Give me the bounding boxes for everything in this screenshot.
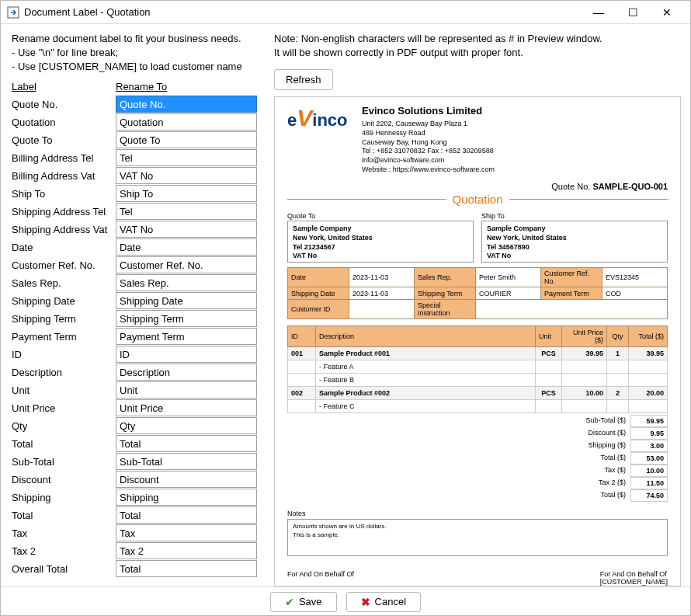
cancel-label: Cancel bbox=[375, 596, 406, 607]
label-text: Sales Rep. bbox=[12, 277, 116, 289]
preview-area[interactable]: eVinco Evinco Solutions Limited Unit 220… bbox=[274, 96, 681, 586]
rename-input[interactable] bbox=[116, 113, 257, 131]
rename-input[interactable] bbox=[116, 417, 257, 434]
label-text: Quote To bbox=[12, 134, 116, 146]
quote-to-label: Quote To bbox=[287, 212, 474, 220]
label-text: Shipping Date bbox=[12, 295, 116, 307]
minimize-button[interactable]: — bbox=[582, 1, 616, 24]
label-text: Billing Address Vat bbox=[12, 170, 116, 182]
rename-input[interactable] bbox=[116, 328, 257, 345]
rename-input[interactable] bbox=[116, 560, 257, 577]
rename-input[interactable] bbox=[116, 221, 257, 238]
cancel-button[interactable]: ✖ Cancel bbox=[346, 592, 421, 612]
label-row: Shipping Address Tel bbox=[12, 203, 257, 221]
window-title: Document Label - Quotation bbox=[24, 6, 582, 18]
rename-input[interactable] bbox=[116, 167, 257, 184]
item-row: 001Sample Product #001PCS39.95139.95 bbox=[288, 347, 668, 360]
rename-input[interactable] bbox=[116, 381, 257, 398]
label-row: Tax 2 bbox=[12, 542, 257, 560]
label-row: Billing Address Vat bbox=[12, 167, 257, 185]
label-row: Description bbox=[12, 364, 257, 381]
label-text: Tax 2 bbox=[12, 545, 116, 557]
total-row: Tax 2 ($)11.50 bbox=[287, 477, 668, 489]
signature-right: For And On Behalf Of [CUSTOMER_NAME] bbox=[600, 570, 668, 586]
rename-input[interactable] bbox=[116, 364, 257, 381]
label-rename-panel: Rename document label to fit your busine… bbox=[1, 24, 265, 586]
x-icon: ✖ bbox=[361, 596, 370, 608]
intro-text: Rename document label to fit your busine… bbox=[12, 32, 257, 75]
label-row: Overall Total bbox=[12, 560, 257, 578]
company-addr: Unit 2202, Causeway Bay Plaza 1 bbox=[362, 120, 495, 129]
rename-input[interactable] bbox=[116, 399, 257, 416]
label-row: ID bbox=[12, 346, 257, 364]
rename-input[interactable] bbox=[116, 238, 257, 256]
label-text: Shipping Address Tel bbox=[12, 206, 116, 218]
rename-input[interactable] bbox=[116, 131, 257, 148]
rename-input[interactable] bbox=[116, 435, 257, 452]
label-text: Sub-Total bbox=[12, 456, 116, 468]
rename-input[interactable] bbox=[116, 96, 257, 113]
totals-section: Sub-Total ($)59.95Discount ($)9.95Shippi… bbox=[287, 415, 668, 502]
label-row: Discount bbox=[12, 471, 257, 489]
intro-line: Rename document label to fit your busine… bbox=[12, 32, 257, 46]
rename-input[interactable] bbox=[116, 185, 257, 202]
bottom-bar: ✔ Save ✖ Cancel bbox=[1, 586, 690, 616]
company-addr: Causeway Bay, Hong Kong bbox=[362, 138, 495, 148]
rename-input[interactable] bbox=[116, 292, 257, 309]
notes-label: Notes bbox=[287, 510, 668, 517]
label-text: Overall Total bbox=[12, 563, 116, 575]
refresh-button[interactable]: Refresh bbox=[274, 69, 333, 90]
signature-left: For And On Behalf Of bbox=[287, 570, 354, 586]
note-line: Note: Non-english characters will be rep… bbox=[274, 32, 681, 46]
label-text: Ship To bbox=[12, 188, 116, 200]
total-row: Shipping ($)3.00 bbox=[287, 440, 668, 452]
document-preview: eVinco Evinco Solutions Limited Unit 220… bbox=[287, 105, 668, 586]
rename-input[interactable] bbox=[116, 471, 257, 488]
label-text: Total bbox=[12, 510, 116, 521]
rename-input[interactable] bbox=[116, 542, 257, 559]
label-row: Shipping Address Vat bbox=[12, 221, 257, 238]
label-text: Shipping Address Vat bbox=[12, 224, 116, 235]
label-text: Date bbox=[12, 242, 116, 253]
intro-line: - Use [CUSTOMER_NAME] to load customer n… bbox=[12, 60, 257, 74]
rename-input[interactable] bbox=[116, 310, 257, 327]
rename-input[interactable] bbox=[116, 524, 257, 541]
quote-number: Quote No. SAMPLE-QUO-001 bbox=[287, 182, 668, 191]
label-text: Total bbox=[12, 438, 116, 450]
close-button[interactable]: ✕ bbox=[650, 1, 684, 24]
preview-panel: Note: Non-english characters will be rep… bbox=[265, 24, 690, 586]
rename-input[interactable] bbox=[116, 149, 257, 166]
label-text: Unit Price bbox=[12, 402, 116, 414]
intro-line: - Use "\n" for line break; bbox=[12, 46, 257, 60]
save-button[interactable]: ✔ Save bbox=[270, 592, 337, 612]
label-column-header: Label bbox=[12, 81, 116, 92]
maximize-button[interactable]: ☐ bbox=[616, 1, 650, 24]
notes-box: Amounts shown are in US dollars. This is… bbox=[287, 519, 668, 556]
total-row: Sub-Total ($)59.95 bbox=[287, 415, 668, 427]
ship-to-label: Ship To bbox=[481, 212, 668, 220]
company-name: Evinco Solutions Limited bbox=[362, 105, 495, 118]
label-row: Date bbox=[12, 238, 257, 256]
label-row: Tax bbox=[12, 524, 257, 542]
preview-note: Note: Non-english characters will be rep… bbox=[274, 32, 681, 60]
rename-input[interactable] bbox=[116, 506, 257, 524]
label-row: Quote No. bbox=[12, 96, 257, 113]
label-row: Unit Price bbox=[12, 399, 257, 417]
total-row: Tax ($)10.00 bbox=[287, 465, 668, 477]
label-text: Payment Term bbox=[12, 331, 116, 343]
rename-input[interactable] bbox=[116, 453, 257, 470]
rename-input[interactable] bbox=[116, 203, 257, 220]
label-row: Sales Rep. bbox=[12, 274, 257, 292]
rename-column-header: Rename To bbox=[116, 81, 167, 92]
label-row: Ship To bbox=[12, 185, 257, 203]
rename-input[interactable] bbox=[116, 489, 257, 506]
label-text: Quote No. bbox=[12, 99, 116, 110]
label-row: Quotation bbox=[12, 113, 257, 131]
rename-input[interactable] bbox=[116, 256, 257, 273]
document-type: Quotation bbox=[446, 193, 509, 206]
rename-input[interactable] bbox=[116, 346, 257, 363]
label-text: Billing Address Tel bbox=[12, 152, 116, 164]
rename-input[interactable] bbox=[116, 274, 257, 291]
total-row: Total ($)53.00 bbox=[287, 452, 668, 465]
item-row: - Feature C bbox=[288, 400, 668, 413]
